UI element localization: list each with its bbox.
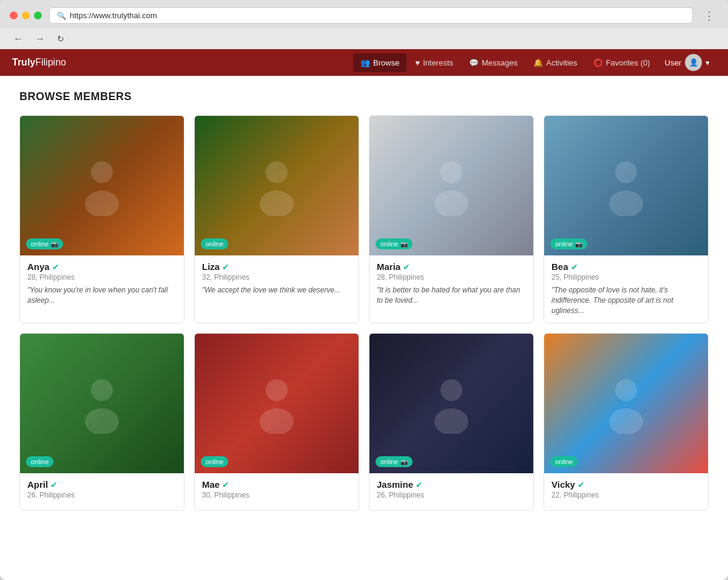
member-quote: "You know you're in love when you can't …	[27, 285, 177, 306]
online-label: online	[206, 240, 223, 248]
member-quote: "The opposite of love is not hate, it's …	[551, 285, 701, 315]
nav-activities[interactable]: 🔔 Activities	[526, 53, 584, 72]
member-card-vicky[interactable]: onlineVicky✔22, Philippines	[544, 333, 709, 511]
online-label: online	[380, 458, 398, 465]
nav-messages[interactable]: 💬 Messages	[462, 53, 525, 72]
member-info-jasmine: Jasmine✔26, Philippines	[369, 473, 533, 510]
member-name: Jasmine	[377, 479, 413, 490]
video-icon: 📷	[400, 241, 408, 248]
nav-browse[interactable]: 👥 Browse	[353, 53, 406, 72]
refresh-button[interactable]: ↻	[53, 33, 68, 45]
member-meta: 28, Philippines	[27, 273, 177, 282]
member-info-maria: Maria✔28, Philippines"It is better to be…	[369, 255, 533, 313]
svg-point-4	[440, 161, 462, 183]
browser-window: 🔍 https://www.trulythai.com ⋮ ← → ↻ Trul…	[0, 0, 728, 580]
member-photo-vicky: online	[544, 334, 708, 473]
member-name-row: Vicky✔	[551, 479, 701, 490]
member-info-bea: Bea✔25, Philippines"The opposite of love…	[544, 255, 708, 323]
browser-toolbar: ← → ↻	[0, 29, 728, 49]
member-meta: 26, Philippines	[27, 491, 177, 499]
online-label: online	[555, 240, 573, 248]
verified-icon: ✔	[571, 262, 578, 272]
interests-icon: ♥	[415, 58, 420, 67]
minimize-button[interactable]	[22, 12, 30, 19]
member-card-april[interactable]: onlineApril✔26, Philippines	[19, 333, 184, 511]
video-icon: 📷	[575, 241, 582, 248]
online-badge: online	[26, 456, 53, 467]
member-name: Mae	[202, 479, 220, 490]
svg-point-2	[266, 161, 288, 183]
svg-point-12	[440, 379, 462, 401]
member-card-maria[interactable]: online 📷Maria✔28, Philippines"It is bett…	[369, 115, 534, 323]
close-button[interactable]	[10, 12, 18, 19]
browser-menu-icon[interactable]: ⋮	[700, 8, 718, 24]
member-name: Anya	[27, 261, 50, 272]
address-bar[interactable]: 🔍 https://www.trulythai.com	[49, 7, 693, 24]
member-photo-liza: online	[195, 116, 359, 255]
member-photo-april: online	[20, 334, 184, 473]
member-name: April	[27, 479, 48, 490]
online-badge: online 📷	[376, 238, 413, 249]
main-content: BROWSE MEMBERS online 📷Anya✔28, Philippi…	[0, 76, 728, 525]
site-logo: TrulyFilipino	[12, 57, 353, 68]
nav-links: 👥 Browse ♥ Interests 💬 Messages 🔔 Activi…	[353, 50, 716, 75]
member-info-vicky: Vicky✔22, Philippines	[544, 473, 708, 510]
user-avatar: 👤	[685, 54, 702, 71]
member-name-row: April✔	[27, 479, 177, 490]
member-meta: 25, Philippines	[551, 273, 701, 282]
online-label: online	[380, 240, 398, 248]
member-card-mae[interactable]: onlineMae✔30, Philippines	[194, 333, 359, 511]
svg-point-6	[615, 161, 637, 183]
member-photo-bea: online 📷	[544, 116, 708, 255]
member-quote: "We accept the love we think we deserve.…	[202, 285, 351, 295]
maximize-button[interactable]	[34, 12, 42, 19]
website-content: TrulyFilipino 👥 Browse ♥ Interests 💬 Mes…	[0, 49, 728, 580]
svg-point-5	[434, 191, 468, 216]
member-photo-jasmine: online 📷	[369, 334, 533, 473]
svg-point-14	[615, 379, 637, 401]
online-badge: online 📷	[550, 238, 587, 249]
activities-icon: 🔔	[533, 58, 543, 67]
svg-point-7	[609, 191, 643, 216]
browse-icon: 👥	[360, 58, 370, 67]
member-card-liza[interactable]: onlineLiza✔32, Philippines"We accept the…	[194, 115, 359, 323]
members-grid: online 📷Anya✔28, Philippines"You know yo…	[19, 115, 709, 511]
member-card-bea[interactable]: online 📷Bea✔25, Philippines"The opposite…	[544, 115, 709, 323]
verified-icon: ✔	[50, 480, 58, 490]
member-meta: 22, Philippines	[551, 491, 701, 499]
nav-user[interactable]: User 👤 ▾	[659, 50, 716, 75]
online-badge: online	[201, 238, 228, 249]
photo-placeholder-vicky	[544, 334, 708, 473]
member-photo-anya: online 📷	[20, 116, 184, 255]
verified-icon: ✔	[222, 480, 229, 490]
svg-point-13	[434, 408, 468, 434]
nav-interests[interactable]: ♥ Interests	[408, 53, 460, 72]
photo-placeholder-anya	[20, 116, 184, 255]
nav-favorites[interactable]: ⭕ Favorites (0)	[586, 53, 658, 72]
verified-icon: ✔	[222, 262, 229, 272]
svg-point-11	[260, 408, 294, 434]
favorites-icon: ⭕	[593, 58, 603, 67]
photo-placeholder-maria	[369, 116, 533, 255]
member-card-anya[interactable]: online 📷Anya✔28, Philippines"You know yo…	[19, 115, 184, 323]
online-badge: online 📷	[376, 456, 413, 467]
search-icon: 🔍	[57, 12, 66, 20]
browser-titlebar: 🔍 https://www.trulythai.com ⋮	[0, 0, 728, 29]
member-name: Liza	[202, 261, 220, 272]
forward-button[interactable]: →	[32, 32, 49, 46]
member-name-row: Anya✔	[27, 261, 177, 272]
back-button[interactable]: ←	[10, 32, 27, 46]
svg-point-3	[260, 191, 294, 216]
member-card-jasmine[interactable]: online 📷Jasmine✔26, Philippines	[369, 333, 534, 511]
url-text: https://www.trulythai.com	[70, 11, 157, 20]
online-label: online	[31, 240, 49, 248]
member-name-row: Liza✔	[202, 261, 351, 272]
member-quote: "It is better to be hated for what you a…	[377, 285, 526, 306]
verified-icon: ✔	[578, 480, 585, 490]
online-label: online	[555, 458, 573, 465]
svg-point-15	[609, 408, 643, 434]
online-badge: online	[550, 456, 578, 467]
verified-icon: ✔	[403, 262, 410, 272]
site-nav: TrulyFilipino 👥 Browse ♥ Interests 💬 Mes…	[0, 49, 728, 76]
svg-point-8	[91, 379, 113, 401]
